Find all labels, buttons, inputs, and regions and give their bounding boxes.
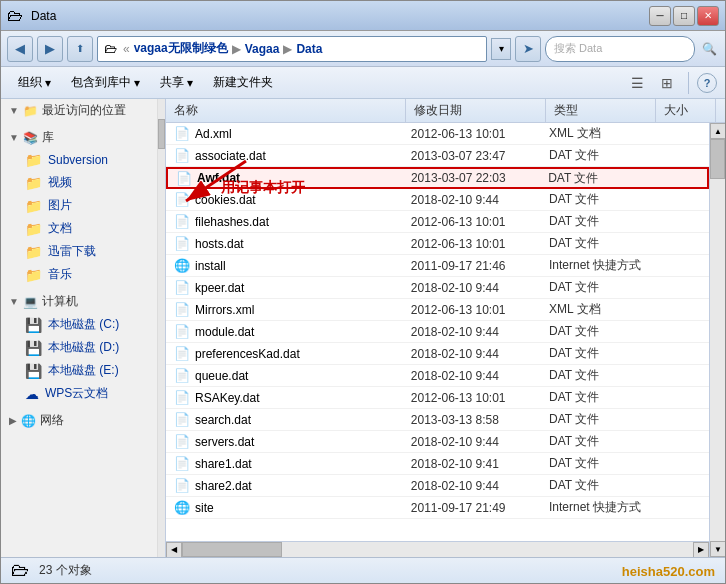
sidebar-item-diskD[interactable]: 💾 本地磁盘 (D:): [1, 336, 157, 359]
wps-icon: ☁: [25, 386, 39, 402]
col-header-type[interactable]: 类型: [546, 99, 656, 122]
sidebar-network-text: 网络: [40, 412, 64, 429]
table-row[interactable]: 📄Awf.dat2013-03-07 22:03DAT 文件: [166, 167, 709, 189]
sidebar-section-library: ▼ 📚 库 📁 Subversion 📁 视频 📁 图片: [1, 126, 157, 286]
table-row[interactable]: 📄filehashes.dat2012-06-13 10:01DAT 文件: [166, 211, 709, 233]
sidebar-diskD-label: 本地磁盘 (D:): [48, 339, 119, 356]
new-folder-button[interactable]: 新建文件夹: [204, 70, 282, 96]
address-box[interactable]: 🗁 « vagaa无限制绿色 ▶ Vagaa ▶ Data: [97, 36, 487, 62]
sidebar-item-music[interactable]: 📁 音乐: [1, 263, 157, 286]
file-date-cell: 2018-02-10 9:44: [403, 281, 541, 295]
search-icon[interactable]: 🔍: [699, 36, 719, 62]
file-icon: 📄: [174, 280, 190, 295]
sidebar-network-header[interactable]: ▶ 🌐 网络: [1, 409, 157, 432]
file-name-cell: 📄Mirrors.xml: [166, 302, 403, 317]
table-row[interactable]: 📄share1.dat2018-02-10 9:41DAT 文件: [166, 453, 709, 475]
go-button[interactable]: ➤: [515, 36, 541, 62]
share-button[interactable]: 共享 ▾: [151, 70, 202, 96]
file-name-cell: 📄associate.dat: [166, 148, 403, 163]
main-window: 🗁 Data ─ □ ✕ ◀ ▶ ⬆ 🗁 « vagaa无限制绿色 ▶ Vaga…: [0, 0, 726, 584]
sidebar-wps-label: WPS云文档: [45, 385, 108, 402]
vertical-scrollbar[interactable]: ▲ ▼: [709, 123, 725, 557]
forward-button[interactable]: ▶: [37, 36, 63, 62]
sidebar-music-label: 音乐: [48, 266, 72, 283]
table-row[interactable]: 📄Ad.xml2012-06-13 10:01XML 文档: [166, 123, 709, 145]
file-name: hosts.dat: [195, 237, 244, 251]
vscroll-track[interactable]: [710, 139, 725, 541]
table-row[interactable]: 📄module.dat2018-02-10 9:44DAT 文件: [166, 321, 709, 343]
sidebar-recent-header[interactable]: ▼ 📁 最近访问的位置: [1, 99, 157, 122]
table-row[interactable]: 📄kpeer.dat2018-02-10 9:44DAT 文件: [166, 277, 709, 299]
sidebar-section-computer: ▼ 💻 计算机 💾 本地磁盘 (C:) 💾 本地磁盘 (D:) 💾: [1, 290, 157, 405]
column-headers: 名称 修改日期 类型 大小: [166, 99, 725, 123]
toolbar: 组织 ▾ 包含到库中 ▾ 共享 ▾ 新建文件夹 ☰ ⊞ ?: [1, 67, 725, 99]
file-name-cell: 📄share2.dat: [166, 478, 403, 493]
sidebar-scrollbar[interactable]: [157, 99, 165, 557]
table-row[interactable]: 📄servers.dat2018-02-10 9:44DAT 文件: [166, 431, 709, 453]
hscroll-thumb[interactable]: [182, 542, 282, 557]
vscroll-down-button[interactable]: ▼: [710, 541, 725, 557]
breadcrumb-vagaa-green[interactable]: vagaa无限制绿色: [134, 40, 228, 57]
col-header-date[interactable]: 修改日期: [406, 99, 546, 122]
vscroll-thumb[interactable]: [710, 139, 725, 179]
hscroll-right-button[interactable]: ▶: [693, 542, 709, 558]
sidebar-thunder-label: 迅雷下载: [48, 243, 96, 260]
breadcrumb-data[interactable]: Data: [296, 42, 322, 56]
file-icon: 📄: [174, 126, 190, 141]
file-date-cell: 2018-02-10 9:44: [403, 325, 541, 339]
col-header-name[interactable]: 名称: [166, 99, 406, 122]
table-row[interactable]: 📄share2.dat2018-02-10 9:44DAT 文件: [166, 475, 709, 497]
organize-button[interactable]: 组织 ▾: [9, 70, 60, 96]
include-library-button[interactable]: 包含到库中 ▾: [62, 70, 149, 96]
sidebar-item-diskE[interactable]: 💾 本地磁盘 (E:): [1, 359, 157, 382]
table-row[interactable]: 📄preferencesKad.dat2018-02-10 9:44DAT 文件: [166, 343, 709, 365]
file-date-cell: 2013-03-07 23:47: [403, 149, 541, 163]
view-details-button[interactable]: ☰: [624, 70, 650, 96]
status-folder-icon: 🗁: [11, 560, 29, 581]
sidebar-item-video[interactable]: 📁 视频: [1, 171, 157, 194]
table-row[interactable]: 📄cookies.dat2018-02-10 9:44DAT 文件: [166, 189, 709, 211]
up-button[interactable]: ⬆: [67, 36, 93, 62]
file-name-cell: 📄hosts.dat: [166, 236, 403, 251]
sidebar-computer-header[interactable]: ▼ 💻 计算机: [1, 290, 157, 313]
file-name: preferencesKad.dat: [195, 347, 300, 361]
maximize-button[interactable]: □: [673, 6, 695, 26]
hscroll-left-button[interactable]: ◀: [166, 542, 182, 558]
sidebar-item-image[interactable]: 📁 图片: [1, 194, 157, 217]
file-list-scroll: 📄Ad.xml2012-06-13 10:01XML 文档📄associate.…: [166, 123, 709, 557]
table-row[interactable]: 📄queue.dat2018-02-10 9:44DAT 文件: [166, 365, 709, 387]
breadcrumb-vagaa[interactable]: Vagaa: [245, 42, 280, 56]
help-button[interactable]: ?: [697, 73, 717, 93]
sidebar-video-label: 视频: [48, 174, 72, 191]
address-expand-button[interactable]: ▾: [491, 38, 511, 60]
table-row[interactable]: 🌐install2011-09-17 21:46Internet 快捷方式: [166, 255, 709, 277]
file-icon: 🌐: [174, 258, 190, 273]
table-row[interactable]: 📄search.dat2013-03-13 8:58DAT 文件: [166, 409, 709, 431]
minimize-button[interactable]: ─: [649, 6, 671, 26]
table-row[interactable]: 📄hosts.dat2012-06-13 10:01DAT 文件: [166, 233, 709, 255]
close-button[interactable]: ✕: [697, 6, 719, 26]
file-date-cell: 2012-06-13 10:01: [403, 127, 541, 141]
file-type-cell: Internet 快捷方式: [541, 257, 650, 274]
vscroll-up-button[interactable]: ▲: [710, 123, 725, 139]
file-name-cell: 📄RSAKey.dat: [166, 390, 403, 405]
sidebar-library-header[interactable]: ▼ 📚 库: [1, 126, 157, 149]
back-button[interactable]: ◀: [7, 36, 33, 62]
col-header-size[interactable]: 大小: [656, 99, 716, 122]
horizontal-scrollbar[interactable]: ◀ ▶: [166, 541, 709, 557]
table-row[interactable]: 📄associate.dat2013-03-07 23:47DAT 文件: [166, 145, 709, 167]
table-row[interactable]: 📄Mirrors.xml2012-06-13 10:01XML 文档: [166, 299, 709, 321]
sidebar-item-thunder[interactable]: 📁 迅雷下载: [1, 240, 157, 263]
hscroll-track[interactable]: [182, 542, 693, 557]
sidebar-item-document[interactable]: 📁 文档: [1, 217, 157, 240]
search-box[interactable]: 搜索 Data: [545, 36, 695, 62]
file-type-cell: DAT 文件: [541, 367, 650, 384]
table-row[interactable]: 🌐site2011-09-17 21:49Internet 快捷方式: [166, 497, 709, 519]
sidebar-computer-text: 计算机: [42, 293, 78, 310]
sidebar-item-wps[interactable]: ☁ WPS云文档: [1, 382, 157, 405]
sidebar-item-diskC[interactable]: 💾 本地磁盘 (C:): [1, 313, 157, 336]
view-grid-button[interactable]: ⊞: [654, 70, 680, 96]
title-controls: ─ □ ✕: [649, 6, 719, 26]
sidebar-item-subversion[interactable]: 📁 Subversion: [1, 149, 157, 171]
table-row[interactable]: 📄RSAKey.dat2012-06-13 10:01DAT 文件: [166, 387, 709, 409]
